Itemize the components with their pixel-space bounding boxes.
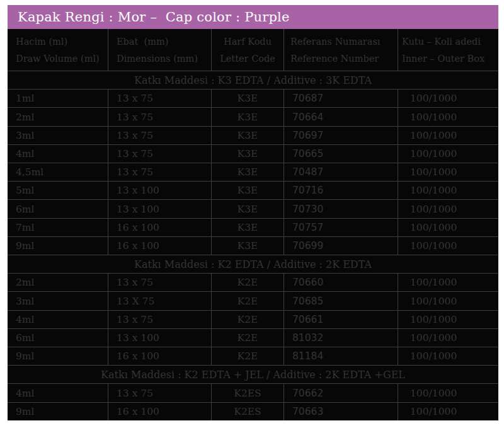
cell-reference-number: 70716 — [284, 182, 398, 199]
cell-box-count: 100/1000 — [398, 182, 498, 199]
cell-reference-number: 70660 — [284, 274, 398, 291]
section-header-label: Katkı Maddesi : K2 EDTA / Additive : 2K … — [134, 258, 372, 270]
table-row: 5ml 13 x 100 K3E 70716 100/1000 — [8, 181, 498, 199]
cell-dimensions: 16 x 100 — [108, 219, 212, 236]
cell-letter-code: K3E — [212, 237, 284, 255]
cell-dimensions: 16 x 100 — [108, 237, 212, 255]
cell-draw-volume: 9ml — [8, 403, 108, 420]
cell-letter-code: K3E — [212, 182, 284, 199]
cell-draw-volume: 4,5ml — [8, 163, 108, 181]
cell-dimensions: 13 x 75 — [108, 90, 212, 107]
cell-box-count: 100/1000 — [398, 347, 498, 365]
cell-box-count: 100/1000 — [398, 274, 498, 291]
cell-box-count: 100/1000 — [398, 384, 498, 402]
cell-letter-code: K3E — [212, 90, 284, 107]
cell-dimensions: 13 x 75 — [108, 384, 212, 402]
cell-letter-code: K2E — [212, 311, 284, 328]
section-header: Katkı Maddesi : K2 EDTA + JEL / Additive… — [8, 365, 498, 383]
cell-box-count: 100/1000 — [398, 237, 498, 255]
cell-letter-code: K2E — [212, 347, 284, 365]
cell-letter-code: K3E — [212, 127, 284, 144]
table-row: 4ml 13 x 75 K3E 70665 100/1000 — [8, 144, 498, 163]
table-row: 1ml 13 x 75 K3E 70687 100/1000 — [8, 89, 498, 107]
cell-reference-number: 70487 — [284, 163, 398, 181]
cell-reference-number: 81032 — [284, 329, 398, 347]
cell-draw-volume: 9ml — [8, 237, 108, 255]
cell-draw-volume: 6ml — [8, 200, 108, 217]
cell-draw-volume: 4ml — [8, 384, 108, 402]
cell-box-count: 100/1000 — [398, 145, 498, 163]
cell-letter-code: K2E — [212, 329, 284, 347]
cell-reference-number: 70662 — [284, 384, 398, 402]
cell-box-count: 100/1000 — [398, 127, 498, 144]
cell-draw-volume: 2ml — [8, 108, 108, 125]
cell-box-count: 100/1000 — [398, 108, 498, 125]
section-header-label: Katkı Maddesi : K3 EDTA / Additive : 3K … — [134, 74, 372, 86]
cell-letter-code: K3E — [212, 163, 284, 181]
table-row: 9ml 16 x 100 K3E 70699 100/1000 — [8, 236, 498, 255]
table-row: 2ml 13 x 75 K2E 70660 100/1000 — [8, 273, 498, 291]
cell-dimensions: 16 x 100 — [108, 347, 212, 365]
table-row: 2ml 13 x 75 K3E 70664 100/1000 — [8, 107, 498, 125]
cell-letter-code: K2E — [212, 274, 284, 291]
col-header-reference-number: Referans Numarası Reference Number — [284, 29, 398, 71]
col-header-dimensions: Ebat (mm) Dimensions (mm) — [108, 29, 212, 71]
table-row: 4ml 13 x 75 K2E 70661 100/1000 — [8, 310, 498, 328]
cell-draw-volume: 9ml — [8, 347, 108, 365]
cell-letter-code: K3E — [212, 219, 284, 236]
cell-box-count: 100/1000 — [398, 219, 498, 236]
cell-letter-code: K3E — [212, 108, 284, 125]
cell-draw-volume: 4ml — [8, 145, 108, 163]
cell-dimensions: 13 x 75 — [108, 108, 212, 125]
cell-draw-volume: 2ml — [8, 274, 108, 291]
cell-dimensions: 13 x 75 — [108, 145, 212, 163]
spec-table: Hacim (ml) Draw Volume (ml) Ebat (mm) Di… — [8, 29, 498, 420]
cell-box-count: 100/1000 — [398, 163, 498, 181]
cell-dimensions: 13 x 75 — [108, 163, 212, 181]
cell-dimensions: 13 x 100 — [108, 200, 212, 217]
cell-dimensions: 13 x 100 — [108, 329, 212, 347]
table-row: 4ml 13 x 75 K2ES 70662 100/1000 — [8, 383, 498, 402]
cell-box-count: 100/1000 — [398, 403, 498, 420]
col-header-draw-volume: Hacim (ml) Draw Volume (ml) — [8, 29, 108, 71]
cell-draw-volume: 1ml — [8, 90, 108, 107]
cell-box-count: 100/1000 — [398, 90, 498, 107]
col-header-letter-code: Harf Kodu Letter Code — [212, 29, 284, 71]
cell-draw-volume: 3ml — [8, 292, 108, 309]
cell-box-count: 100/1000 — [398, 329, 498, 347]
cell-dimensions: 16 x 100 — [108, 403, 212, 420]
cell-reference-number: 70730 — [284, 200, 398, 217]
cell-box-count: 100/1000 — [398, 292, 498, 309]
cell-reference-number: 70663 — [284, 403, 398, 420]
cell-letter-code: K3E — [212, 145, 284, 163]
cell-reference-number: 70665 — [284, 145, 398, 163]
cell-dimensions: 13 x 75 — [108, 311, 212, 328]
cell-draw-volume: 5ml — [8, 182, 108, 199]
cell-reference-number: 70699 — [284, 237, 398, 255]
table-row: 9ml 16 x 100 K2ES 70663 100/1000 — [8, 402, 498, 420]
table-row: 6ml 13 x 100 K2E 81032 100/1000 — [8, 328, 498, 347]
cell-reference-number: 70685 — [284, 292, 398, 309]
cell-letter-code: K2E — [212, 292, 284, 309]
cell-reference-number: 81184 — [284, 347, 398, 365]
table-row: 4,5ml 13 x 75 K3E 70487 100/1000 — [8, 163, 498, 181]
table-row: 7ml 16 x 100 K3E 70757 100/1000 — [8, 218, 498, 236]
cell-reference-number: 70697 — [284, 127, 398, 144]
cell-dimensions: 13 x 75 — [108, 274, 212, 291]
cell-draw-volume: 6ml — [8, 329, 108, 347]
section-header: Katkı Maddesi : K2 EDTA / Additive : 2K … — [8, 255, 498, 273]
cell-dimensions: 13 x 100 — [108, 182, 212, 199]
section-header-label: Katkı Maddesi : K2 EDTA + JEL / Additive… — [101, 369, 405, 381]
cell-dimensions: 13 X 75 — [108, 292, 212, 309]
title-bar: Kapak Rengi : Mor – Cap color : Purple — [8, 5, 498, 29]
cell-reference-number: 70757 — [284, 219, 398, 236]
cell-letter-code: K3E — [212, 200, 284, 217]
table-header-row: Hacim (ml) Draw Volume (ml) Ebat (mm) Di… — [8, 29, 498, 71]
table-row: 3ml 13 X 75 K2E 70685 100/1000 — [8, 291, 498, 309]
catalog-page: Kapak Rengi : Mor – Cap color : Purple H… — [0, 0, 504, 428]
cell-draw-volume: 3ml — [8, 127, 108, 144]
cell-box-count: 100/1000 — [398, 200, 498, 217]
table-row: 6ml 13 x 100 K3E 70730 100/1000 — [8, 199, 498, 217]
cell-letter-code: K2ES — [212, 384, 284, 402]
cell-draw-volume: 7ml — [8, 219, 108, 236]
